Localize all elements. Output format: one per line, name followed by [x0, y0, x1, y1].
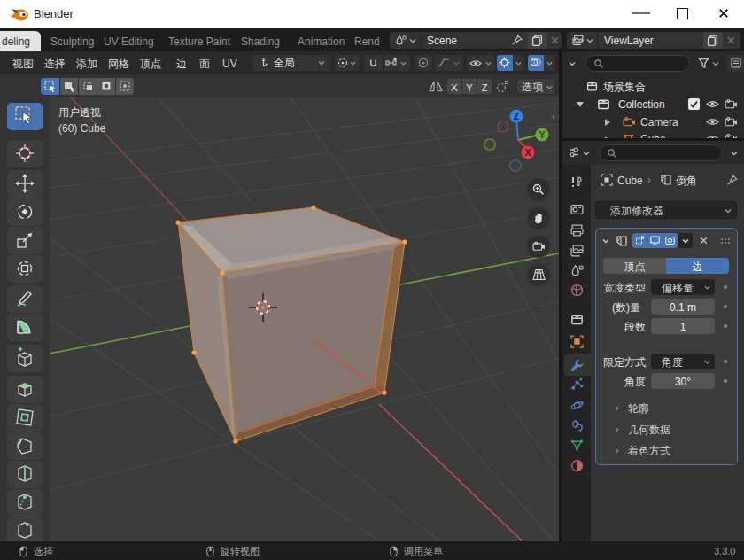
- menu-view[interactable]: 视图: [12, 58, 34, 69]
- minimize-button[interactable]: [632, 12, 650, 13]
- add-modifier-button[interactable]: 添加修改器: [595, 201, 737, 219]
- tool-measure[interactable]: [7, 314, 43, 341]
- mode-select-circle-button[interactable]: [78, 78, 97, 95]
- tab-scene-icon[interactable]: [570, 264, 584, 277]
- modifier-toggle-realtime[interactable]: [647, 233, 663, 248]
- tab-object-icon[interactable]: [570, 335, 584, 348]
- camera-expand-icon[interactable]: [605, 119, 610, 126]
- scene-icon[interactable]: [395, 35, 407, 46]
- tab-texture-paint[interactable]: Texture Paint: [168, 36, 230, 47]
- tab-world-icon[interactable]: [570, 284, 584, 297]
- segments-field[interactable]: 1: [651, 318, 715, 334]
- collection-eye-icon[interactable]: [706, 99, 719, 109]
- tab-physics-icon[interactable]: [570, 399, 584, 412]
- menu-mesh[interactable]: 网格: [108, 58, 129, 69]
- unlink-scene-icon[interactable]: [550, 35, 560, 45]
- snap-target-icon[interactable]: [385, 58, 398, 68]
- tool-inset[interactable]: [7, 404, 43, 432]
- tab-data-icon[interactable]: [570, 439, 584, 452]
- sidebar-collapse-icon[interactable]: ‹: [552, 111, 555, 121]
- tool-rotate[interactable]: [7, 198, 43, 226]
- amount-animate-dot[interactable]: [724, 305, 727, 308]
- outliner-row-cube[interactable]: Cube: [562, 131, 744, 138]
- mirror-z-button[interactable]: Z: [477, 79, 492, 94]
- outliner-row-collection[interactable]: Collection: [562, 96, 744, 113]
- segments-animate-dot[interactable]: [724, 324, 727, 328]
- mode-select-extend-button[interactable]: [115, 78, 134, 95]
- tool-poly-build[interactable]: [7, 517, 43, 541]
- new-viewlayer-button[interactable]: [703, 32, 723, 49]
- breadcrumb-modifier-label[interactable]: 倒角: [676, 175, 697, 186]
- camera-view-button[interactable]: [527, 235, 550, 258]
- scene-dropdown-icon[interactable]: [408, 36, 417, 45]
- pivot-dropdown[interactable]: [335, 55, 360, 71]
- properties-pin-icon[interactable]: [726, 175, 738, 186]
- properties-editor-chevron-icon[interactable]: [582, 149, 591, 158]
- outliner-row-camera[interactable]: Camera: [562, 113, 744, 131]
- remove-viewlayer-icon[interactable]: [726, 35, 736, 45]
- tool-cursor[interactable]: [7, 140, 43, 167]
- new-scene-button[interactable]: [528, 32, 547, 49]
- perspective-button[interactable]: [527, 263, 550, 286]
- affect-edges-button[interactable]: 边: [666, 258, 729, 274]
- maximize-button[interactable]: [677, 8, 688, 19]
- scene-collection-label[interactable]: 场景集合: [603, 82, 646, 92]
- snap-chevron-icon[interactable]: [399, 59, 407, 67]
- menu-edge[interactable]: 边: [176, 58, 187, 69]
- tab-viewlayer-icon[interactable]: [570, 245, 584, 257]
- tool-add-cube[interactable]: [7, 345, 43, 372]
- modifier-extras-dropdown[interactable]: [678, 233, 693, 248]
- viewlayer-name[interactable]: ViewLayer: [604, 35, 654, 46]
- viewlayer-dropdown-icon[interactable]: [585, 36, 594, 45]
- tool-knife[interactable]: [7, 489, 43, 517]
- shading-section-label[interactable]: 着色方式: [628, 446, 670, 456]
- geometry-section-chevron[interactable]: ›: [616, 424, 619, 434]
- outliner-filter-icon[interactable]: [698, 58, 709, 69]
- tab-animation[interactable]: Animation: [298, 36, 345, 47]
- menu-vertex[interactable]: 顶点: [140, 58, 161, 69]
- tab-material-icon[interactable]: [570, 459, 584, 472]
- snap-magnet-icon[interactable]: [368, 58, 378, 68]
- tab-modifiers-active[interactable]: [564, 354, 591, 376]
- tool-bevel[interactable]: [7, 432, 43, 460]
- menu-uv[interactable]: UV: [222, 58, 237, 69]
- profile-section-chevron[interactable]: ›: [616, 402, 619, 413]
- amount-field[interactable]: 0.1 m: [651, 299, 715, 315]
- mirror-icon[interactable]: [429, 81, 443, 92]
- visibility-dropdown[interactable]: [467, 55, 495, 71]
- tab-sculpting[interactable]: Sculpting: [50, 36, 94, 47]
- pan-button[interactable]: [527, 206, 550, 229]
- affect-vertices-button[interactable]: 顶点: [603, 258, 666, 274]
- overlays-toggle[interactable]: [528, 55, 544, 71]
- tool-extrude[interactable]: [7, 376, 43, 403]
- mode-select-box-button[interactable]: [59, 78, 78, 95]
- modifier-close-icon[interactable]: [699, 236, 709, 245]
- snap-projected-icon[interactable]: [496, 80, 509, 93]
- tab-output-icon[interactable]: [570, 224, 584, 237]
- tab-rendering[interactable]: Rend: [354, 36, 380, 47]
- camera-camera-icon[interactable]: [725, 117, 738, 128]
- tool-select-box[interactable]: [7, 103, 43, 130]
- properties-options-chevron-icon[interactable]: [730, 149, 739, 158]
- orientation-dropdown[interactable]: 全局: [252, 55, 330, 71]
- proportional-edit-button[interactable]: [415, 55, 432, 71]
- viewport-3d[interactable]: 用户透视 (60) Cube Z Y X ‹: [0, 97, 559, 541]
- cube-object[interactable]: [0, 97, 559, 541]
- tab-tool-icon[interactable]: [570, 175, 584, 189]
- outliner-filter-chevron-icon[interactable]: [711, 59, 720, 68]
- menu-face[interactable]: 面: [199, 58, 210, 69]
- mode-tweak-button[interactable]: [41, 78, 59, 95]
- nav-gizmo[interactable]: Z Y X: [479, 97, 559, 177]
- limit-animate-dot[interactable]: [724, 360, 727, 363]
- collection-label[interactable]: Collection: [618, 99, 665, 110]
- tool-transform[interactable]: [7, 255, 43, 283]
- overlays-dropdown[interactable]: [544, 55, 555, 71]
- tab-render-icon[interactable]: [570, 204, 584, 215]
- tab-modeling-label[interactable]: deling: [2, 36, 30, 47]
- gizmo-dropdown[interactable]: [513, 55, 524, 71]
- breadcrumb-object-label[interactable]: Cube: [617, 175, 643, 186]
- properties-search-field[interactable]: [599, 144, 723, 161]
- menu-select[interactable]: 选择: [44, 58, 66, 69]
- tool-move[interactable]: [7, 170, 43, 198]
- mode-select-lasso-button[interactable]: [97, 78, 115, 95]
